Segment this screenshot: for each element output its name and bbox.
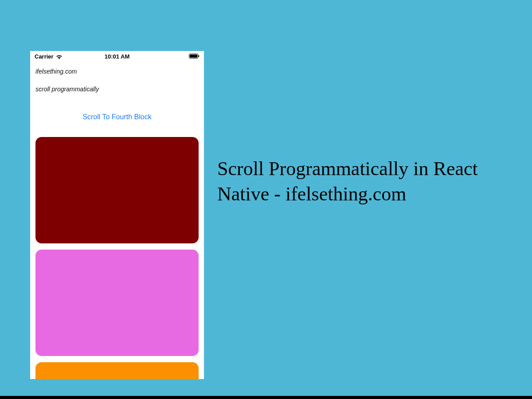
- color-block: [35, 362, 199, 379]
- svg-rect-3: [199, 55, 200, 57]
- status-bar-left: Carrier: [35, 53, 63, 60]
- scroll-content[interactable]: [30, 129, 204, 379]
- color-block: [35, 250, 199, 356]
- status-bar-time: 10:01 AM: [105, 53, 130, 60]
- svg-point-0: [59, 58, 60, 59]
- site-label: ifelsething.com: [30, 62, 204, 75]
- status-bar-right: [189, 54, 200, 59]
- article-title: Scroll Programmatically in React Native …: [217, 156, 519, 207]
- scroll-to-fourth-button[interactable]: Scroll To Fourth Block: [30, 93, 204, 129]
- carrier-label: Carrier: [35, 53, 54, 60]
- wifi-icon: [56, 54, 63, 59]
- battery-icon: [189, 54, 200, 59]
- svg-rect-2: [190, 55, 197, 58]
- status-bar: Carrier 10:01 AM: [30, 51, 204, 62]
- phone-mockup: Carrier 10:01 AM i: [30, 51, 204, 379]
- page-subtitle: scroll programmatically: [30, 75, 204, 93]
- color-block: [35, 137, 199, 243]
